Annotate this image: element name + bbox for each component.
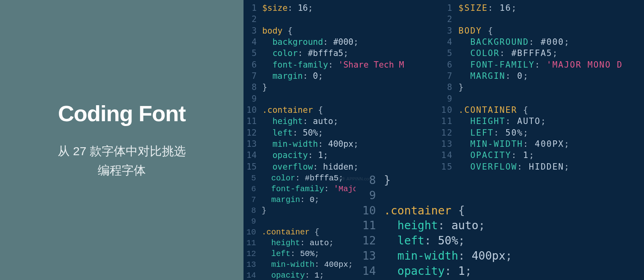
line-number: 14 bbox=[244, 270, 256, 280]
line-number: 10 bbox=[244, 104, 257, 116]
line-number: 7 bbox=[244, 194, 256, 205]
line-number: 11 bbox=[244, 238, 256, 248]
code-line: 5 COLOR: #BFFFA5; bbox=[440, 48, 644, 59]
code-line: 1$size: 16; bbox=[244, 2, 440, 14]
code-text: } bbox=[384, 173, 391, 188]
subtitle-line-2: 编程字体 bbox=[98, 164, 146, 177]
code-pane-bottom-right: 8}910.container {11 height: auto;12 left… bbox=[356, 173, 644, 280]
line-number: 15 bbox=[356, 279, 376, 280]
code-line: 15 overflow: hidden; bbox=[244, 161, 440, 172]
line-number: 2 bbox=[440, 14, 453, 25]
code-text: opacity: 1; bbox=[262, 270, 324, 280]
code-text: .container { bbox=[262, 104, 323, 116]
line-number: 7 bbox=[244, 70, 257, 82]
code-line: 10.container { bbox=[356, 203, 644, 218]
line-number: 8 bbox=[244, 205, 256, 216]
code-text: $SIZE: 16; bbox=[459, 2, 517, 14]
code-text: .container { bbox=[262, 227, 319, 238]
page-title: Coding Font bbox=[58, 100, 186, 126]
code-text: MIN-WIDTH: 400PX; bbox=[459, 138, 570, 150]
line-number: 11 bbox=[244, 116, 257, 127]
line-number: 14 bbox=[440, 150, 453, 161]
line-number: 4 bbox=[440, 36, 453, 48]
line-number: 9 bbox=[244, 93, 257, 104]
code-text: font-family: 'Share Tech M bbox=[262, 59, 404, 70]
code-text: overflow: hidden; bbox=[262, 161, 358, 172]
line-number: 14 bbox=[356, 264, 376, 279]
code-text: .container { bbox=[384, 203, 465, 218]
code-text: overflow: hidden; bbox=[384, 279, 512, 280]
line-number: 8 bbox=[440, 82, 453, 93]
code-text: min-width: 400px; bbox=[384, 248, 512, 264]
line-number: 7 bbox=[440, 70, 453, 82]
code-text: OPACITY: 1; bbox=[459, 150, 535, 161]
code-line: 9 bbox=[440, 93, 644, 104]
line-number: 5 bbox=[244, 173, 256, 184]
line-number: 6 bbox=[244, 59, 257, 70]
code-text: margin: 0; bbox=[262, 70, 323, 82]
line-number: 9 bbox=[356, 188, 376, 203]
code-line: 15 OVERFLOW: HIDDEN; bbox=[440, 161, 644, 172]
line-number: 1 bbox=[244, 2, 257, 14]
code-text: opacity: 1; bbox=[384, 264, 472, 279]
code-text: background: #000; bbox=[262, 36, 358, 48]
line-number: 5 bbox=[440, 48, 453, 59]
code-text: min-width: 400px; bbox=[262, 138, 358, 150]
code-text: FONT-FAMILY: 'MAJOR MONO D bbox=[459, 59, 623, 70]
subtitle-line-1: 从 27 款字体中对比挑选 bbox=[58, 144, 186, 158]
code-line: 11 height: auto; bbox=[244, 116, 440, 127]
code-line: 15 overflow: hidden; bbox=[356, 279, 644, 280]
code-line: 4 background: #000; bbox=[244, 36, 440, 48]
code-line: 14 OPACITY: 1; bbox=[440, 150, 644, 161]
code-line: 8} bbox=[356, 173, 644, 188]
code-pane-top-right: 1$SIZE: 16;23BODY {4 BACKGROUND: #000;5 … bbox=[440, 2, 644, 172]
code-line: 5 color: #bfffa5; bbox=[244, 48, 440, 59]
code-text: LEFT: 50%; bbox=[459, 127, 529, 138]
line-number: 11 bbox=[356, 218, 376, 233]
line-number: 12 bbox=[244, 248, 256, 259]
line-number: 3 bbox=[440, 25, 453, 36]
code-text: body { bbox=[262, 25, 293, 36]
line-number: 13 bbox=[244, 138, 257, 150]
code-line: 8} bbox=[440, 82, 644, 93]
line-number: 6 bbox=[244, 184, 256, 194]
code-line: 11 HEIGHT: AUTO; bbox=[440, 116, 644, 127]
line-number: 11 bbox=[440, 116, 453, 127]
code-line: 10.CONTAINER { bbox=[440, 104, 644, 116]
code-text: opacity: 1; bbox=[262, 150, 328, 161]
code-line: 4 BACKGROUND: #000; bbox=[440, 36, 644, 48]
code-line: 2 bbox=[244, 14, 440, 25]
code-text: MARGIN: 0; bbox=[459, 70, 529, 82]
line-number: 6 bbox=[440, 59, 453, 70]
line-number: 5 bbox=[244, 48, 257, 59]
code-text: BACKGROUND: #000; bbox=[459, 36, 570, 48]
code-line: 13 min-width: 400px; bbox=[244, 138, 440, 150]
line-number: 12 bbox=[356, 233, 376, 248]
code-text: BODY { bbox=[459, 25, 494, 36]
code-comparison-panel: 1$size: 16;23body {4 background: #000;5 … bbox=[244, 0, 644, 280]
code-line: 2 bbox=[440, 14, 644, 25]
code-line: 12 left: 50%; bbox=[356, 233, 644, 248]
code-line: 13 MIN-WIDTH: 400PX; bbox=[440, 138, 644, 150]
code-text: left: 50%; bbox=[384, 233, 465, 248]
line-number: 10 bbox=[440, 104, 453, 116]
line-number: 10 bbox=[356, 203, 376, 218]
code-text: height: auto; bbox=[262, 238, 334, 248]
watermark-text: 小众软件 APPINN.com bbox=[328, 176, 372, 182]
line-number: 2 bbox=[244, 14, 257, 25]
code-text: } bbox=[459, 82, 465, 93]
line-number: 8 bbox=[244, 82, 257, 93]
page-subtitle: 从 27 款字体中对比挑选 编程字体 bbox=[58, 142, 186, 180]
code-text: height: auto; bbox=[384, 218, 485, 233]
code-text: $size: 16; bbox=[262, 2, 313, 14]
line-number: 15 bbox=[244, 161, 257, 172]
line-number: 15 bbox=[440, 161, 453, 172]
code-line: 11 height: auto; bbox=[356, 218, 644, 233]
code-text: height: auto; bbox=[262, 116, 338, 127]
line-number: 12 bbox=[244, 127, 257, 138]
code-line: 6 FONT-FAMILY: 'MAJOR MONO D bbox=[440, 59, 644, 70]
line-number: 13 bbox=[244, 259, 256, 270]
line-number: 9 bbox=[440, 93, 453, 104]
code-text: .CONTAINER { bbox=[459, 104, 529, 116]
code-text: COLOR: #BFFFA5; bbox=[459, 48, 558, 59]
